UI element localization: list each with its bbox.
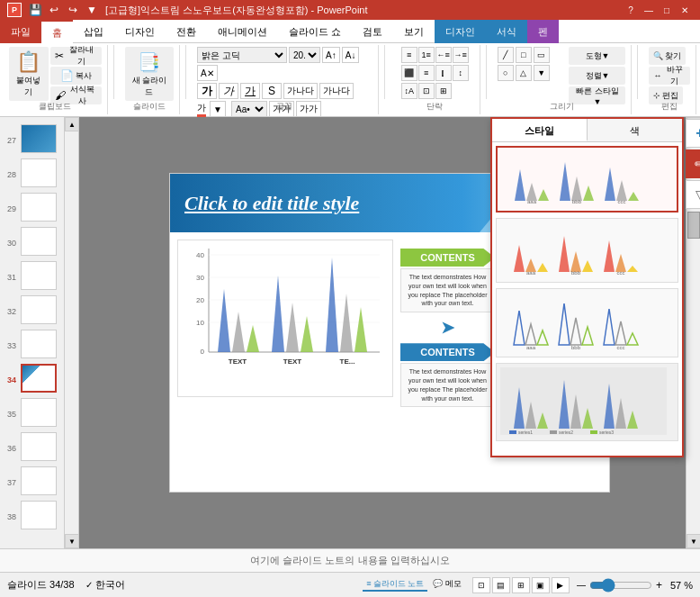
text-direction-button[interactable]: ↕A [401, 83, 417, 99]
tab-file[interactable]: 파일 [0, 20, 41, 43]
slide-item-36[interactable]: 36 [7, 432, 57, 464]
chart-option-1[interactable]: aaa bbb ccc [496, 146, 678, 213]
shape-triangle[interactable]: △ [516, 65, 532, 81]
bullet-list-button[interactable]: ≡ [401, 47, 417, 63]
minimize-button[interactable]: — [641, 3, 657, 17]
popup-filter-button[interactable]: ▽ [686, 180, 700, 209]
shape-rect[interactable]: □ [516, 47, 532, 63]
font-size-increase[interactable]: A↑ [322, 47, 340, 63]
underline-button[interactable]: 가 [240, 83, 260, 99]
increase-indent-button[interactable]: →≡ [453, 47, 469, 63]
slide-thumb-38[interactable] [21, 501, 57, 529]
slideshow-button[interactable]: ▶ [552, 577, 570, 593]
tab-view[interactable]: 보기 [393, 20, 435, 43]
outline-view-button[interactable]: ▤ [492, 577, 510, 593]
clear-format[interactable]: A✕ [197, 65, 218, 81]
vscroll-down[interactable]: ▼ [687, 534, 700, 548]
chart-container[interactable]: 40 30 20 10 0 [177, 240, 393, 397]
slide-item-37[interactable]: 37 [7, 466, 57, 498]
tab-home[interactable]: 홈 [41, 20, 73, 43]
memo-tab-status[interactable]: 💬 메모 [429, 578, 465, 592]
shape-line[interactable]: ╱ [498, 47, 514, 63]
zoom-in-button[interactable]: + [656, 579, 662, 592]
smart-art-button[interactable]: ⊞ [435, 83, 452, 99]
slide-thumb-35[interactable] [21, 398, 57, 427]
new-slide-button[interactable]: 📑 새 슬라이드 [125, 47, 175, 101]
font-spacing-button[interactable]: 가나다 [319, 83, 354, 99]
align-center-button[interactable]: ≡ [418, 65, 435, 81]
slide-thumb-28[interactable] [21, 158, 57, 187]
slide-item-30[interactable]: 30 [7, 227, 57, 258]
slide-sorter-button[interactable]: ⊞ [512, 577, 530, 593]
align-left-button[interactable]: ⬛ [401, 65, 417, 81]
paste-button[interactable]: 📋 붙여넣기 [9, 47, 49, 101]
popup-tab-color[interactable]: 색 [588, 119, 682, 141]
slide-thumb-33[interactable] [21, 330, 57, 358]
maximize-button[interactable]: □ [659, 3, 675, 17]
shape-more[interactable]: ▼ [534, 65, 550, 81]
scroll-up-btn[interactable]: ▲ [65, 117, 79, 131]
tab-pen[interactable]: 펜 [527, 20, 559, 43]
save-button[interactable]: 💾 [27, 2, 43, 18]
slide-thumb-29[interactable] [21, 193, 57, 222]
tab-animations[interactable]: 애니메이션 [207, 20, 278, 43]
reading-view-button[interactable]: ▣ [532, 577, 550, 593]
copy-button[interactable]: 📄 복사 [50, 67, 102, 85]
font-size-decrease[interactable]: A↓ [342, 47, 360, 63]
shadow-button[interactable]: 가나다 [283, 83, 318, 99]
replace-button[interactable]: ↔바꾸기 [649, 67, 690, 85]
shape-ellipse[interactable]: ○ [498, 65, 514, 81]
vscroll-thumb[interactable] [687, 212, 700, 239]
popup-add-button[interactable]: + [686, 119, 700, 148]
slide-item-34[interactable]: 34 [7, 364, 57, 395]
chart-option-3[interactable]: aaa bbb ccc [496, 288, 678, 357]
slide-item-27[interactable]: 27 [7, 124, 57, 156]
tab-design[interactable]: 디자인 [114, 20, 166, 43]
tab-design2[interactable]: 디자인 [435, 20, 486, 43]
slide-thumb-34[interactable] [21, 364, 57, 393]
cut-button[interactable]: ✂ 잘라내기 [50, 47, 102, 65]
tab-slideshow[interactable]: 슬라이드 쇼 [278, 20, 352, 43]
slide-item-35[interactable]: 35 [7, 398, 57, 430]
italic-button[interactable]: 가 [219, 83, 238, 99]
popup-tab-style[interactable]: 스타일 [492, 119, 588, 141]
zoom-out-button[interactable]: — [577, 580, 586, 590]
line-spacing-button[interactable]: ↕ [453, 65, 469, 81]
slide-item-31[interactable]: 31 [7, 261, 57, 293]
content-box-2[interactable]: CONTENTS The text demonstrates How your … [400, 343, 495, 407]
arrange-button[interactable]: 도형▼ [569, 47, 625, 65]
chart-option-4[interactable]: series1 series2 series3 [496, 363, 678, 441]
slide-thumb-36[interactable] [21, 432, 57, 461]
slide-item-38[interactable]: 38 [7, 501, 57, 532]
tab-insert[interactable]: 삽입 [73, 20, 114, 43]
find-button[interactable]: 🔍찾기 [649, 47, 686, 65]
slide-thumb-30[interactable] [21, 227, 57, 256]
scroll-down-btn[interactable]: ▼ [65, 534, 79, 548]
strikethrough-button[interactable]: S [262, 83, 282, 99]
slide-thumb-31[interactable] [21, 261, 57, 290]
tab-transitions[interactable]: 전환 [166, 20, 207, 43]
align-text-button[interactable]: ⊡ [418, 83, 435, 99]
slide-item-28[interactable]: 28 [7, 158, 57, 190]
bold-button[interactable]: 가 [197, 83, 217, 99]
numbered-list-button[interactable]: 1≡ [418, 47, 435, 63]
font-name-select[interactable]: 밝은 고딕 [197, 47, 287, 63]
redo-button[interactable]: ↪ [65, 2, 81, 18]
slide-item-33[interactable]: 33 [7, 330, 57, 361]
undo-button[interactable]: ↩ [46, 2, 62, 18]
tab-review[interactable]: 검토 [352, 20, 393, 43]
arrange2-button[interactable]: 정렬▼ [569, 67, 625, 85]
notes-tab-status[interactable]: ≡ 슬라이드 노트 [363, 578, 427, 592]
help-button[interactable]: ? [623, 3, 639, 17]
slide-thumb-32[interactable] [21, 295, 57, 324]
slide-item-29[interactable]: 29 [7, 193, 57, 224]
close-button[interactable]: ✕ [677, 3, 693, 17]
slide-item-32[interactable]: 32 [7, 295, 57, 327]
columns-button[interactable]: ⫿ [435, 65, 452, 81]
zoom-slider[interactable] [589, 582, 652, 589]
decrease-indent-button[interactable]: ←≡ [435, 47, 452, 63]
popup-edit-button[interactable]: ✏ [686, 149, 700, 178]
slide-thumb-37[interactable] [21, 466, 57, 495]
font-size-select[interactable]: 20.7 [289, 47, 320, 63]
content-box-1[interactable]: CONTENTS The text demonstrates How your … [400, 249, 495, 312]
